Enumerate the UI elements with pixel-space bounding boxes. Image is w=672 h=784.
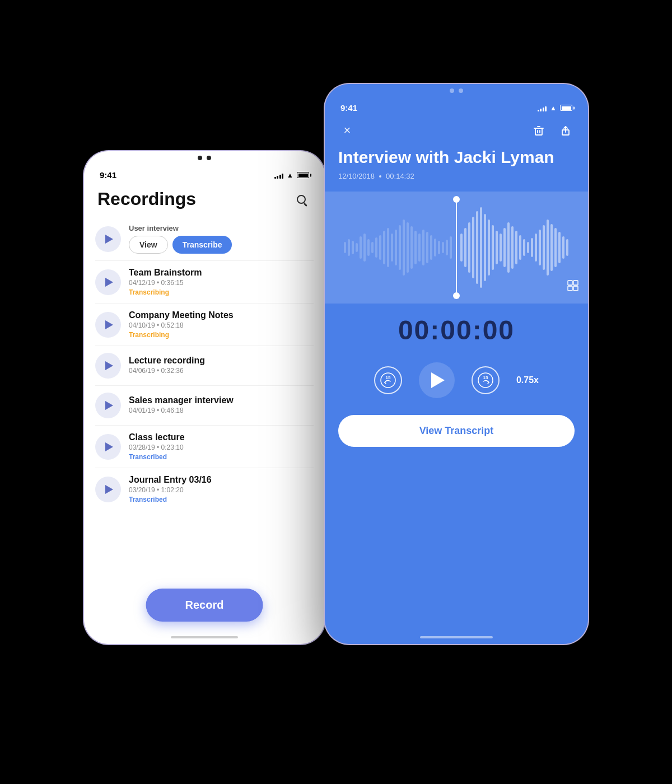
svg-rect-21 [399,225,401,270]
svg-rect-33 [446,240,448,255]
recording-duration: 00:14:32 [386,172,414,180]
waveform-section[interactable] [325,192,588,304]
divider [95,468,314,468]
svg-rect-50 [519,235,521,260]
scrubber-line [456,197,457,298]
svg-rect-14 [371,242,374,253]
skip-back-button[interactable]: 15 [374,366,402,394]
scrubber-bottom-dot [453,292,460,299]
share-icon [559,124,572,137]
header-actions [530,122,575,139]
play-button-1[interactable] [95,312,121,338]
battery-icon-front [560,105,572,111]
recording-name: Sales manager interview [129,395,314,405]
svg-rect-42 [488,220,490,276]
svg-rect-9 [352,241,354,254]
play-icon [105,320,113,329]
svg-text:15: 15 [483,375,488,380]
play-button-0[interactable] [95,269,121,295]
play-icon-large [431,372,445,388]
play-button-5[interactable] [95,477,121,502]
svg-rect-62 [566,239,568,256]
play-button-user-interview[interactable] [95,226,121,252]
svg-rect-35 [460,234,463,262]
play-button-4[interactable] [95,434,121,460]
transcribe-button[interactable]: Transcribe [172,236,232,254]
recording-meta: 03/28/19 • 0:23:10 [129,444,314,451]
recording-info-1: Company Meeting Notes 04/10/19 • 0:52:18… [129,310,314,339]
camera-dot-front-right [459,88,463,93]
view-transcript-button[interactable]: View Transcript [338,415,575,447]
svg-rect-45 [500,234,502,262]
play-button-3[interactable] [95,393,121,418]
recordings-phone: 9:41 ▲ Recordings [84,151,325,644]
svg-rect-36 [464,228,466,267]
timer-section: 00:00:00 [325,309,588,357]
svg-rect-56 [543,225,545,270]
signal-icon-front [538,105,547,111]
svg-rect-66 [573,286,578,291]
divider [95,385,314,386]
recording-date: 12/10/2018 [338,172,375,180]
share-button[interactable] [557,122,575,139]
svg-rect-59 [554,228,557,267]
svg-rect-15 [375,237,377,258]
play-icon [105,401,113,410]
search-button[interactable] [291,189,311,209]
svg-rect-17 [383,231,385,264]
camera-dot-front-left [450,88,454,93]
svg-rect-7 [344,242,346,253]
recording-meta: 04/06/19 • 0:32:36 [129,367,314,375]
status-bar-back: 9:41 ▲ [84,162,325,183]
svg-rect-27 [422,230,424,265]
delete-button[interactable] [530,122,548,139]
player-title-section: Interview with Jacki Lyman 12/10/2018 00… [325,147,588,186]
camera-dot-right [207,156,211,160]
skip-forward-icon: 15 [478,372,493,388]
svg-rect-26 [418,234,421,262]
svg-rect-29 [430,235,432,260]
wifi-icon-front: ▲ [550,105,557,111]
recording-item: Team Brainstorm 04/12/19 • 0:36:15 Trans… [84,262,325,302]
recording-status: Transcribing [129,288,314,296]
svg-rect-31 [438,241,440,254]
svg-rect-54 [535,234,537,262]
svg-rect-38 [472,217,474,278]
play-pause-button[interactable] [419,362,455,398]
recording-info-4: Class lecture 03/28/19 • 0:23:10 Transcr… [129,432,314,461]
svg-rect-61 [562,236,564,259]
play-button-2[interactable] [95,353,121,379]
playback-speed[interactable]: 0.75x [516,375,539,385]
close-button[interactable]: × [338,122,356,139]
recording-info-3: Sales manager interview 04/01/19 • 0:46:… [129,395,314,416]
record-button[interactable]: Record [146,589,263,622]
svg-rect-44 [496,231,498,264]
status-icons-back: ▲ [274,172,309,179]
player-meta: 12/10/2018 00:14:32 [338,172,575,180]
svg-rect-0 [535,128,542,135]
user-interview-item: User interview View Transcribe [84,218,325,259]
recording-info-2: Lecture recording 04/06/19 • 0:32:36 [129,356,314,376]
svg-rect-12 [363,234,366,262]
skip-forward-button[interactable]: 15 [472,366,500,394]
trim-icon[interactable] [567,279,579,295]
svg-rect-24 [410,226,413,269]
recording-name: Journal Entry 03/16 [129,475,314,485]
timer-display: 00:00:00 [325,315,588,346]
svg-rect-39 [476,211,478,284]
player-title: Interview with Jacki Lyman [338,147,575,167]
svg-rect-16 [379,235,381,260]
search-icon [297,195,306,204]
view-button[interactable]: View [129,236,168,254]
recording-item: Sales manager interview 04/01/19 • 0:46:… [84,387,325,424]
svg-rect-10 [356,243,358,252]
svg-rect-34 [450,236,452,259]
recording-info-5: Journal Entry 03/16 03/20/19 • 1:02:20 T… [129,475,314,503]
play-icon [105,361,113,370]
svg-rect-20 [395,230,397,265]
svg-rect-13 [367,239,370,256]
battery-icon-back [297,172,309,178]
svg-rect-40 [480,207,482,288]
recording-name: Team Brainstorm [129,268,314,278]
svg-rect-46 [503,228,506,267]
